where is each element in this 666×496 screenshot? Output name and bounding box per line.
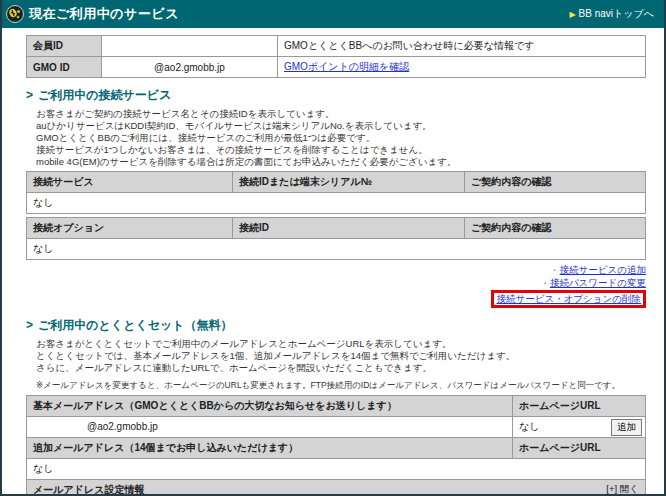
page-header-left: 現在ご利用中のサービス [6, 5, 179, 23]
basic-url-value: なし [519, 421, 539, 432]
mail-settings-label: メールアドレス設定情報 [33, 484, 144, 495]
table-header-row: 基本メールアドレス（GMOとくとくBBからの大切なお知らせをお送りします） ホー… [27, 395, 646, 416]
gmo-id-label: GMO ID [27, 57, 102, 78]
connection-links: ・接続サービスの追加 ・接続パスワードの変更 接続サービス・オプションの削除 [26, 264, 646, 308]
mail-change-note: ※メールアドレスを変更すると、ホームページのURLも変更されます。FTP接続用の… [36, 380, 646, 392]
homepage-url-header: ホームページURL [513, 395, 646, 416]
connection-section-title: >ご利用中の接続サービス [26, 87, 646, 104]
description-line: お客さまがとくとくセットでご利用中のメールアドレスとホームページURLを表示して… [36, 338, 646, 350]
connection-description: お客さまがご契約の接続サービス名とその接続IDを表示しています。 auひかりサー… [36, 108, 646, 168]
description-line: とくとくセットでは、基本メールアドレスを1個、追加メールアドレスを14個まで無料… [36, 350, 646, 362]
member-id-note: GMOとくとくBBへのお問い合わせ時に必要な情報です [278, 36, 646, 57]
description-line: さらに、メールアドレスに連動したURLで、ホームページを開設いただくこともできま… [36, 362, 646, 374]
tokutoku-section-title: >ご利用中のとくとくセット（無料） [26, 317, 646, 334]
table-header-row: 接続サービス 接続IDまたは端末シリアル№ ご契約内容の確認 [27, 172, 646, 193]
additional-mail-value: なし [27, 458, 646, 479]
bullet-icon: ・ [541, 279, 549, 288]
service-id-col-header: 接続IDまたは端末シリアル№ [233, 172, 465, 193]
gmo-points-link[interactable]: GMOポイントの明細を確認 [284, 61, 409, 72]
member-id-value [102, 36, 278, 57]
bb-mascot-icon [6, 5, 24, 23]
table-row: なし [27, 193, 646, 214]
description-line: お客さまがご契約の接続サービス名とその接続IDを表示しています。 [36, 108, 646, 120]
link-row: 接続サービス・オプションの削除 [26, 289, 646, 308]
connection-title-label: ご利用中の接続サービス [38, 88, 171, 102]
bb-navi-page: 現在ご利用中のサービス ▶BB naviトップへ 会員ID GMOとくとくBBへ… [0, 0, 666, 496]
tokutoku-description: お客さまがとくとくセットでご利用中のメールアドレスとホームページURLを表示して… [36, 338, 646, 374]
mail-address-table: 基本メールアドレス（GMOとくとくBBからの大切なお知らせをお送りします） ホー… [26, 395, 646, 496]
table-row: @ao2.gmobb.jp なし追加 [27, 416, 646, 437]
option-col-header: 接続オプション [27, 218, 233, 239]
delete-service-annotation-box: 接続サービス・オプションの削除 [491, 290, 646, 308]
option-id-col-header: 接続ID [233, 218, 465, 239]
table-header-row: 追加メールアドレス（14個までお申し込みいただけます） ホームページURL [27, 437, 646, 458]
basic-url-cell: なし追加 [513, 416, 646, 437]
connection-service-table: 接続サービス 接続IDまたは端末シリアル№ ご契約内容の確認 なし [26, 171, 646, 214]
page-title: 現在ご利用中のサービス [29, 5, 179, 23]
add-service-link[interactable]: 接続サービスの追加 [560, 264, 646, 275]
basic-mail-value: @ao2.gmobb.jp [27, 416, 513, 437]
option-contract-col-header: ご契約内容の確認 [465, 218, 646, 239]
mail-settings-row: メールアドレス設定情報[+] 開く [27, 479, 646, 496]
option-empty-value: なし [27, 239, 646, 260]
page-content: 会員ID GMOとくとくBBへのお問い合わせ時に必要な情報です GMO ID @… [2, 28, 664, 496]
page-header: 現在ご利用中のサービス ▶BB naviトップへ [2, 0, 664, 28]
description-line: GMOとくとくBBのご利用には、接続サービスのご利用が最低1つは必要です。 [36, 132, 646, 144]
mail-settings-expand-toggle[interactable]: [+] 開く [606, 483, 639, 496]
homepage-url-header2: ホームページURL [513, 437, 646, 458]
additional-mail-header: 追加メールアドレス（14個までお申し込みいただけます） [27, 437, 513, 458]
member-id-label: 会員ID [27, 36, 102, 57]
service-col-header: 接続サービス [27, 172, 233, 193]
table-row: なし [27, 239, 646, 260]
nav-arrow-icon: ▶ [569, 10, 575, 19]
section-arrow: > [26, 88, 33, 102]
table-row: なし [27, 458, 646, 479]
delete-service-option-link[interactable]: 接続サービス・オプションの削除 [496, 293, 641, 304]
section-arrow: > [26, 318, 33, 332]
add-homepage-button[interactable]: 追加 [611, 419, 642, 436]
gmo-points-cell: GMOポイントの明細を確認 [278, 57, 646, 78]
contract-col-header: ご契約内容の確認 [465, 172, 646, 193]
tokutoku-title-label: ご利用中のとくとくセット（無料） [38, 318, 233, 332]
bullet-icon: ・ [551, 266, 559, 275]
basic-mail-header: 基本メールアドレス（GMOとくとくBBからの大切なお知らせをお送りします） [27, 395, 513, 416]
table-header-row: 接続オプション 接続ID ご契約内容の確認 [27, 218, 646, 239]
gmo-id-value: @ao2.gmobb.jp [102, 57, 278, 78]
member-id-table: 会員ID GMOとくとくBBへのお問い合わせ時に必要な情報です GMO ID @… [26, 35, 646, 78]
description-line: 接続サービスが1つしかないお客さまは、その接続サービスを削除することはできません… [36, 144, 646, 156]
link-row: ・接続サービスの追加 [26, 264, 646, 277]
connection-option-table: 接続オプション 接続ID ご契約内容の確認 なし [26, 217, 646, 260]
bb-navi-top-link[interactable]: ▶BB naviトップへ [569, 7, 654, 21]
change-connection-password-link[interactable]: 接続パスワードの変更 [550, 277, 646, 288]
description-line: auひかりサービスはKDDI契約ID、モバイルサービスは端末シリアルNo.を表示… [36, 120, 646, 132]
mail-settings-cell: メールアドレス設定情報[+] 開く [27, 479, 646, 496]
link-row: ・接続パスワードの変更 [26, 277, 646, 290]
table-row: 会員ID GMOとくとくBBへのお問い合わせ時に必要な情報です [27, 36, 646, 57]
nav-link-label: BB naviトップへ [579, 8, 654, 19]
description-line: mobile 4G(EM)のサービスを削除する場合は所定の書面にてお申込みいただ… [36, 156, 646, 168]
service-empty-value: なし [27, 193, 646, 214]
table-row: GMO ID @ao2.gmobb.jp GMOポイントの明細を確認 [27, 57, 646, 78]
